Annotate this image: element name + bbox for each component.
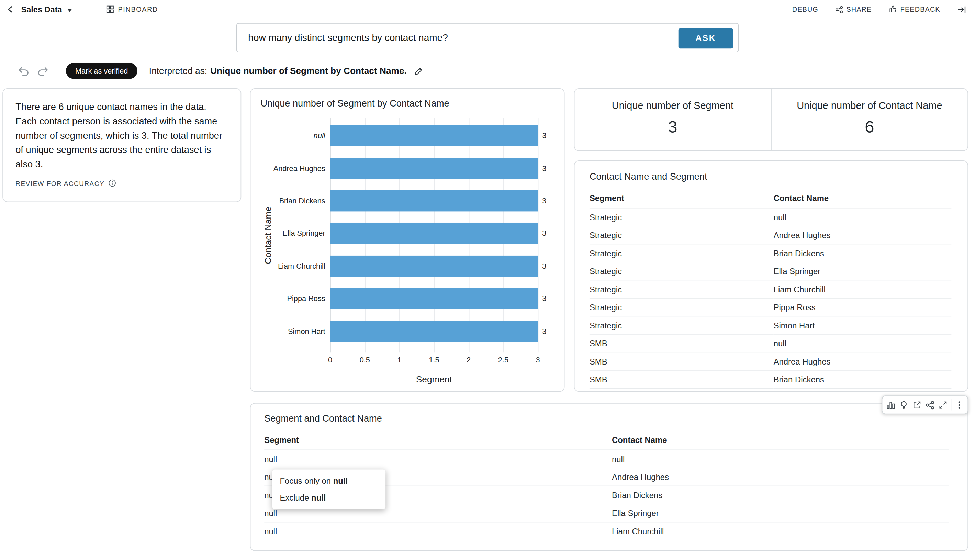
table-cell[interactable]: Strategic xyxy=(590,316,774,334)
bar-value-label: 3 xyxy=(542,229,546,238)
table-cell[interactable]: null xyxy=(612,450,949,468)
table-row[interactable]: StrategicElla Springer xyxy=(590,262,951,280)
contact-segment-table: SegmentContact Name StrategicnullStrateg… xyxy=(590,189,951,388)
table-cell[interactable]: Ella Springer xyxy=(612,504,949,522)
column-header[interactable]: Segment xyxy=(590,189,774,208)
share-button[interactable]: SHARE xyxy=(835,5,872,13)
table-cell[interactable]: Strategic xyxy=(590,280,774,298)
y-tick-label: Liam Churchill xyxy=(278,262,325,270)
x-axis-ticks: 00.511.522.53 xyxy=(330,354,538,365)
table-cell[interactable]: Strategic xyxy=(590,244,774,262)
pinboard-label: PINBOARD xyxy=(118,5,158,13)
column-header[interactable]: Contact Name xyxy=(774,189,952,208)
more-icon[interactable] xyxy=(953,396,966,413)
collapse-right-icon xyxy=(957,5,967,14)
table-cell[interactable]: Strategic xyxy=(590,262,774,280)
table-row[interactable]: Strategicnull xyxy=(590,208,951,226)
x-tick-label: 0 xyxy=(328,356,332,364)
table-cell[interactable]: Brian Dickens xyxy=(774,244,952,262)
debug-label: DEBUG xyxy=(792,5,818,13)
column-chart-icon[interactable] xyxy=(884,396,897,413)
expand-icon[interactable] xyxy=(937,396,950,413)
table-cell[interactable]: SMB xyxy=(590,370,774,388)
y-tick-label: null xyxy=(314,131,325,140)
table-cell[interactable]: null xyxy=(264,450,612,468)
export-icon[interactable] xyxy=(910,396,923,413)
pencil-icon xyxy=(413,66,423,76)
info-icon[interactable] xyxy=(108,179,117,188)
table-row[interactable]: SMBnull xyxy=(590,334,951,352)
bar-value-label: 3 xyxy=(542,164,546,172)
undo-button[interactable] xyxy=(18,66,29,76)
pinboard-button[interactable]: PINBOARD xyxy=(105,5,158,13)
table-row[interactable]: StrategicSimon Hart xyxy=(590,316,951,334)
toolbar-divider xyxy=(951,399,951,410)
gridline xyxy=(538,118,539,352)
table-cell[interactable]: SMB xyxy=(590,352,774,370)
mark-as-verified-button[interactable]: Mark as verified xyxy=(66,63,137,79)
bar[interactable]: 3 xyxy=(330,190,538,212)
table-cell[interactable]: SMB xyxy=(590,334,774,352)
table-row[interactable]: StrategicBrian Dickens xyxy=(590,244,951,262)
table-cell[interactable]: Strategic xyxy=(590,298,774,316)
bar[interactable]: 3 xyxy=(330,288,538,309)
table-cell[interactable]: Pippa Ross xyxy=(774,298,952,316)
table-cell[interactable]: Liam Churchill xyxy=(612,522,949,540)
table-cell[interactable]: Simon Hart xyxy=(774,316,952,334)
menu-item-value: null xyxy=(311,493,326,502)
table-cell[interactable]: Strategic xyxy=(590,226,774,244)
table-cell[interactable]: null xyxy=(774,334,952,352)
table-cell[interactable]: Brian Dickens xyxy=(612,486,949,504)
table-row[interactable]: StrategicPippa Ross xyxy=(590,298,951,316)
table-row[interactable]: StrategicLiam Churchill xyxy=(590,280,951,298)
menu-item-focus[interactable]: Focus only on null xyxy=(272,473,385,490)
x-tick-label: 3 xyxy=(536,356,540,364)
table-cell[interactable]: null xyxy=(774,208,952,226)
redo-button[interactable] xyxy=(37,66,49,76)
insight-bulb-icon[interactable] xyxy=(897,396,910,413)
table-cell[interactable]: Brian Dickens xyxy=(774,370,952,388)
table-cell[interactable]: null xyxy=(264,522,612,540)
back-button[interactable] xyxy=(6,5,15,13)
ask-input[interactable] xyxy=(237,24,738,52)
share-icon[interactable] xyxy=(923,396,937,413)
debug-button[interactable]: DEBUG xyxy=(792,5,818,13)
table-cell[interactable]: Andrea Hughes xyxy=(774,226,952,244)
table-cell[interactable]: Liam Churchill xyxy=(774,280,952,298)
table-header-row: SegmentContact Name xyxy=(590,189,951,208)
table-title: Segment and Contact Name xyxy=(264,413,949,423)
table-row[interactable]: StrategicAndrea Hughes xyxy=(590,226,951,244)
ask-button[interactable]: ASK xyxy=(678,28,733,48)
bar[interactable]: 3 xyxy=(330,125,538,147)
table-cell[interactable]: Ella Springer xyxy=(774,262,952,280)
table-row[interactable]: SMBAndrea Hughes xyxy=(590,352,951,370)
dataset-selector[interactable]: Sales Data xyxy=(21,5,72,14)
x-tick-label: 2.5 xyxy=(498,356,508,364)
bar-value-label: 3 xyxy=(542,294,546,303)
column-header[interactable]: Contact Name xyxy=(612,431,949,450)
edit-interpretation-button[interactable] xyxy=(413,66,423,76)
kpi-segment: Unique number of Segment 3 xyxy=(574,89,771,150)
top-right-actions: DEBUG SHARE FEEDBACK xyxy=(792,5,967,14)
bar-value-label: 3 xyxy=(542,197,546,205)
table-row[interactable]: nullLiam Churchill xyxy=(264,522,949,540)
column-header[interactable]: Segment xyxy=(264,431,612,450)
back-chevron-icon xyxy=(6,5,15,13)
bar[interactable]: 3 xyxy=(330,320,538,342)
table-row[interactable]: SMBBrian Dickens xyxy=(590,370,951,388)
table-row[interactable]: nullnull xyxy=(264,450,949,468)
table-header-row: SegmentContact Name xyxy=(264,431,949,450)
bar[interactable]: 3 xyxy=(330,158,538,179)
table-cell[interactable]: Andrea Hughes xyxy=(612,468,949,486)
bar[interactable]: 3 xyxy=(330,223,538,244)
kpi-value: 6 xyxy=(865,117,874,137)
table-cell[interactable]: Andrea Hughes xyxy=(774,352,952,370)
dataset-name: Sales Data xyxy=(21,5,62,14)
kpi-label: Unique number of Segment xyxy=(612,100,733,111)
menu-item-exclude[interactable]: Exclude null xyxy=(272,489,385,506)
collapse-panel-button[interactable] xyxy=(957,5,967,14)
y-tick-label: Simon Hart xyxy=(288,327,325,335)
table-cell[interactable]: Strategic xyxy=(590,208,774,226)
bar[interactable]: 3 xyxy=(330,255,538,277)
feedback-button[interactable]: FEEDBACK xyxy=(888,5,940,13)
